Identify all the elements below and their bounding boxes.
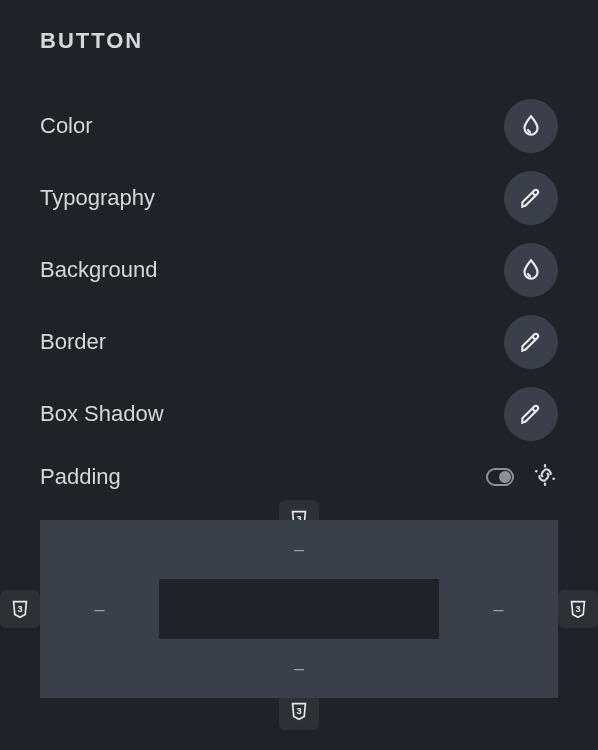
box-shadow-edit-button[interactable] [504,387,558,441]
row-typography-label: Typography [40,185,155,211]
row-color: Color [40,90,558,162]
padding-toggle[interactable] [486,468,514,486]
pencil-icon [518,185,544,211]
css3-icon [9,598,31,620]
padding-right-css-tag[interactable] [558,590,598,628]
section-title: BUTTON [40,28,558,54]
css3-icon [288,700,310,722]
css3-icon [567,598,589,620]
padding-link-button[interactable] [532,462,558,492]
row-color-label: Color [40,113,93,139]
row-box-shadow: Box Shadow [40,378,558,450]
row-padding-label: Padding [40,464,121,490]
drop-icon [518,113,544,139]
padding-inner-box [160,580,438,638]
pencil-icon [518,329,544,355]
row-border-label: Border [40,329,106,355]
row-box-shadow-label: Box Shadow [40,401,164,427]
row-background-label: Background [40,257,157,283]
typography-edit-button[interactable] [504,171,558,225]
unlink-icon [532,462,558,488]
background-picker-button[interactable] [504,243,558,297]
row-border: Border [40,306,558,378]
color-picker-button[interactable] [504,99,558,153]
row-typography: Typography [40,162,558,234]
row-padding: Padding [40,462,558,492]
pencil-icon [518,401,544,427]
border-edit-button[interactable] [504,315,558,369]
padding-box: – – – – [40,520,558,698]
padding-left-css-tag[interactable] [0,590,40,628]
drop-icon [518,257,544,283]
padding-box-container: – – – – [0,500,598,698]
row-background: Background [40,234,558,306]
